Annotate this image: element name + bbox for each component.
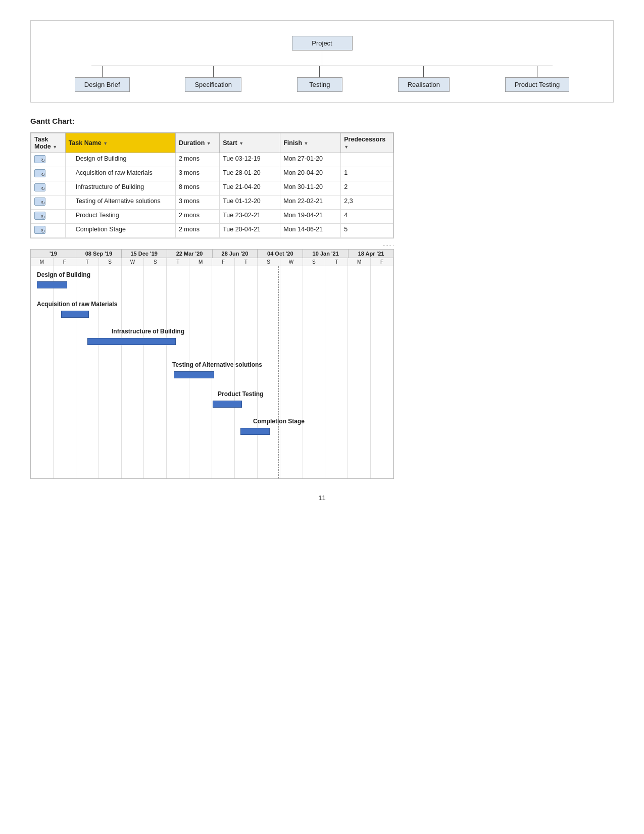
task-mode-icon (34, 212, 45, 220)
gantt-sub-cell: S (144, 258, 167, 266)
sort-arrow-finish: ▼ (304, 141, 309, 146)
gantt-header-cell: 18 Apr '21 (349, 250, 393, 258)
task-start-cell: Tue 01-12-20 (220, 195, 280, 210)
task-finish-cell: Mon 20-04-20 (280, 167, 341, 181)
gantt-bar (174, 371, 214, 378)
table-row: Infrastructure of Building 8 mons Tue 21… (31, 181, 393, 195)
task-duration-cell: 3 mons (175, 167, 219, 181)
org-child-1: Specification (185, 66, 241, 92)
gantt-sub-cell: S (303, 258, 326, 266)
gantt-sub-cell: F (54, 258, 76, 266)
gantt-task-area: Design of BuildingAcquisition of raw Mat… (31, 266, 393, 478)
sort-arrow-name: ▼ (103, 141, 108, 146)
task-pred-cell: 4 (341, 210, 393, 224)
task-finish-cell: Mon 19-04-21 (280, 210, 341, 224)
org-child-2: Testing (297, 66, 342, 92)
page-number: 11 (30, 494, 614, 502)
gantt-sub-cell: M (189, 258, 212, 266)
gantt-bar (213, 401, 242, 408)
gantt-table-wrapper: Task Mode ▼ Task Name ▼ Duration ▼ Start… (30, 132, 394, 238)
table-row: Design of Building 2 mons Tue 03-12-19 M… (31, 153, 393, 167)
task-finish-cell: Mon 14-06-21 (280, 224, 341, 238)
gantt-bar (61, 311, 89, 318)
org-child-label-0: Design Brief (84, 81, 120, 88)
th-finish[interactable]: Finish ▼ (280, 133, 341, 153)
task-start-cell: Tue 20-04-21 (220, 224, 280, 238)
task-duration-cell: 2 mons (175, 153, 219, 167)
gantt-sub-cell: T (76, 258, 99, 266)
task-name-cell: Acquisition of raw Materials (65, 167, 175, 181)
table-row: Product Testing 2 mons Tue 23-02-21 Mon … (31, 210, 393, 224)
task-start-cell: Tue 23-02-21 (220, 210, 280, 224)
gantt-header-cell: '19 (31, 250, 76, 258)
org-child-label-4: Product Testing (515, 81, 560, 88)
gantt-sub-cell: W (122, 258, 144, 266)
gantt-task-label: Completion Stage (253, 418, 305, 425)
task-mode-cell (31, 153, 66, 167)
task-name-cell: Infrastructure of Building (65, 181, 175, 195)
task-mode-cell (31, 181, 66, 195)
task-pred-cell: 2,3 (341, 195, 393, 210)
gantt-sub-cell: F (371, 258, 393, 266)
gantt-sub-cell: W (280, 258, 303, 266)
task-duration-cell: 8 mons (175, 181, 219, 195)
gantt-body: Design of BuildingAcquisition of raw Mat… (31, 266, 393, 478)
gantt-sub-cell: T (235, 258, 258, 266)
gantt-sub-cell: T (167, 258, 189, 266)
org-child-box-4: Product Testing (505, 77, 569, 92)
th-predecessors[interactable]: Predecessors ▼ (341, 133, 393, 153)
task-mode-icon (34, 169, 45, 177)
gantt-header-cell: 22 Mar '20 (167, 250, 213, 258)
gantt-sub-cell: M (348, 258, 371, 266)
th-task-name[interactable]: Task Name ▼ (65, 133, 175, 153)
gantt-task-label: Design of Building (37, 271, 90, 278)
task-pred-cell: 1 (341, 167, 393, 181)
task-start-cell: Tue 03-12-19 (220, 153, 280, 167)
gantt-dashed-line (278, 266, 279, 478)
org-child-0: Design Brief (75, 66, 130, 92)
task-mode-icon (34, 155, 45, 163)
task-finish-cell: Mon 22-02-21 (280, 195, 341, 210)
task-duration-cell: 2 mons (175, 224, 219, 238)
org-child-3: Realisation (398, 66, 450, 92)
task-finish-cell: Mon 30-11-20 (280, 181, 341, 195)
th-start[interactable]: Start ▼ (220, 133, 280, 153)
gantt-header-cell: 10 Jan '21 (303, 250, 349, 258)
table-row: Completion Stage 2 mons Tue 20-04-21 Mon… (31, 224, 393, 238)
gantt-header-cell: 08 Sep '19 (76, 250, 122, 258)
task-name-cell: Completion Stage (65, 224, 175, 238)
sort-arrow-pred: ▼ (344, 144, 349, 150)
task-pred-cell (341, 153, 393, 167)
gantt-header-cell: 04 Oct '20 (258, 250, 303, 258)
th-task-mode[interactable]: Task Mode ▼ (31, 133, 66, 153)
th-duration[interactable]: Duration ▼ (175, 133, 219, 153)
task-pred-cell: 5 (341, 224, 393, 238)
task-mode-icon (34, 226, 45, 234)
gantt-header-cell: 28 Jun '20 (213, 250, 258, 258)
gantt-task-label: Acquisition of raw Materials (37, 301, 117, 308)
gantt-task-label: Testing of Alternative solutions (172, 361, 262, 368)
gantt-sub-cell: S (99, 258, 122, 266)
task-name-cell: Testing of Alternative solutions (65, 195, 175, 210)
gantt-bar (87, 338, 176, 345)
task-mode-cell (31, 195, 66, 210)
gantt-bar (240, 428, 270, 435)
task-start-cell: Tue 21-04-20 (220, 181, 280, 195)
sort-arrow-dur: ▼ (207, 141, 211, 146)
org-child-label-1: Specification (194, 81, 232, 88)
task-duration-cell: 3 mons (175, 195, 219, 210)
org-v-line-root (322, 51, 322, 66)
gantt-header-cell: 15 Dec '19 (122, 250, 167, 258)
gantt-sub-cell: T (325, 258, 348, 266)
org-root: Project (292, 36, 353, 66)
gantt-sub-cell: F (212, 258, 235, 266)
org-child-box-2: Testing (297, 77, 342, 92)
task-name-cell: Design of Building (65, 153, 175, 167)
org-child-4: Product Testing (505, 66, 569, 92)
sort-arrow-mode: ▼ (53, 144, 57, 150)
task-mode-icon (34, 183, 45, 191)
org-child-label-2: Testing (309, 81, 330, 88)
table-row: Testing of Alternative solutions 3 mons … (31, 195, 393, 210)
org-root-box: Project (292, 36, 353, 51)
org-child-box-0: Design Brief (75, 77, 130, 92)
